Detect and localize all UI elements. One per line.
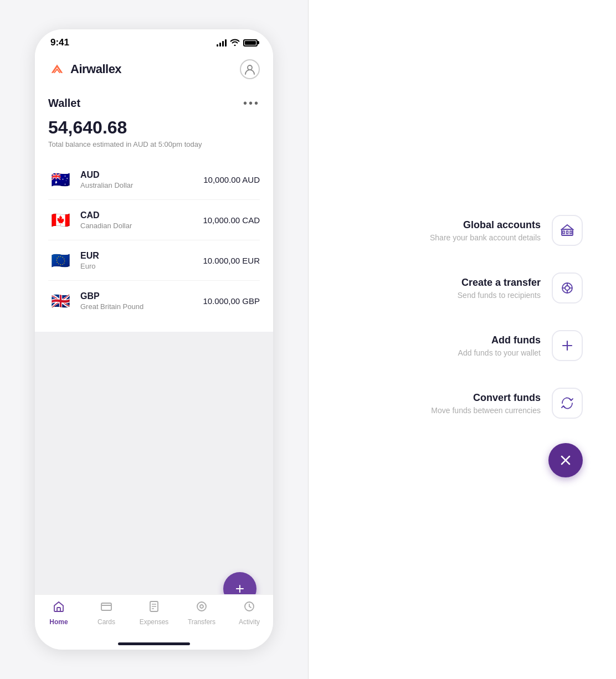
flag-aud: 🇦🇺	[48, 167, 73, 192]
balance-label: Total balance estimated in AUD at 5:00pm…	[48, 140, 260, 148]
nav-label-expenses: Expenses	[140, 618, 169, 626]
status-icons	[217, 38, 258, 48]
signal-bars-icon	[217, 39, 227, 47]
currency-name-cad: Canadian Dollar	[80, 222, 203, 230]
currency-item-eur[interactable]: 🇪🇺 EUR Euro 10.000,00 EUR	[48, 240, 260, 281]
airwallex-logo-icon	[48, 63, 66, 76]
plus-icon	[560, 338, 574, 353]
nav-label-transfers: Transfers	[188, 618, 215, 626]
currency-name-gbp: Great Britain Pound	[80, 302, 203, 311]
wallet-header: Wallet •••	[48, 97, 260, 110]
currency-name-aud: Australian Dollar	[80, 181, 203, 189]
action-title-global-accounts: Global accounts	[430, 219, 541, 231]
flag-eur: 🇪🇺	[48, 248, 73, 272]
currency-info-eur: EUR Euro	[80, 251, 203, 270]
action-item-add-funds[interactable]: Add funds Add funds to your wallet	[309, 317, 583, 374]
nav-label-cards: Cards	[97, 618, 115, 626]
close-x-icon	[558, 452, 573, 468]
action-title-convert-funds: Convert funds	[431, 392, 541, 404]
nav-item-cards[interactable]: Cards	[83, 600, 130, 626]
currency-code-eur: EUR	[80, 251, 203, 261]
action-text-convert-funds: Convert funds Move funds between currenc…	[431, 392, 541, 415]
currency-amount-cad: 10,000.00 CAD	[203, 215, 260, 225]
svg-rect-12	[563, 231, 564, 234]
bottom-nav: Home Cards	[35, 594, 273, 650]
currency-item-aud[interactable]: 🇦🇺 AUD Australian Dollar 10,000.00 AUD	[48, 160, 260, 200]
bank-icon	[560, 223, 574, 238]
svg-point-8	[197, 602, 206, 611]
action-text-add-funds: Add funds Add funds to your wallet	[458, 335, 541, 357]
currency-amount-gbp: 10.000,00 GBP	[203, 296, 260, 306]
left-panel: 9:41	[0, 0, 308, 679]
action-item-global-accounts[interactable]: Global accounts Share your bank account …	[309, 202, 583, 259]
flag-gbp: 🇬🇧	[48, 289, 73, 313]
currency-code-cad: CAD	[80, 210, 203, 220]
more-dots-button[interactable]: •••	[243, 97, 260, 110]
wallet-title: Wallet	[48, 97, 80, 110]
action-desc-create-transfer: Send funds to recipients	[458, 291, 541, 300]
currency-amount-eur: 10.000,00 EUR	[203, 256, 260, 265]
svg-point-17	[565, 286, 569, 290]
phone-bottom-area: + Home	[35, 332, 273, 650]
currency-name-eur: Euro	[80, 262, 203, 270]
svg-point-9	[200, 605, 203, 608]
currency-list: 🇦🇺 AUD Australian Dollar 10,000.00 AUD 🇨…	[48, 160, 260, 321]
create-transfer-icon-button[interactable]	[552, 272, 583, 304]
battery-icon	[243, 39, 258, 47]
flag-cad: 🇨🇦	[48, 208, 73, 232]
phone-frame: 9:41	[35, 29, 273, 650]
balance-amount: 54,640.68	[48, 117, 260, 138]
transfers-icon	[196, 600, 208, 616]
action-item-create-transfer[interactable]: Create a transfer Send funds to recipien…	[309, 259, 583, 317]
currency-code-aud: AUD	[80, 170, 203, 180]
action-desc-global-accounts: Share your bank account details	[430, 233, 541, 242]
nav-label-activity: Activity	[239, 618, 260, 626]
profile-icon[interactable]	[240, 59, 260, 79]
nav-label-home: Home	[49, 618, 68, 626]
cards-icon	[100, 600, 112, 616]
convert-funds-icon-button[interactable]	[552, 388, 583, 419]
nav-item-transfers[interactable]: Transfers	[178, 600, 225, 626]
action-desc-add-funds: Add funds to your wallet	[458, 348, 541, 357]
currency-info-cad: CAD Canadian Dollar	[80, 210, 203, 230]
svg-marker-15	[562, 225, 573, 229]
svg-point-0	[248, 65, 252, 70]
action-item-convert-funds[interactable]: Convert funds Move funds between currenc…	[309, 374, 583, 432]
currency-amount-aud: 10,000.00 AUD	[203, 175, 260, 184]
app-header: Airwallex	[35, 54, 273, 87]
svg-rect-1	[57, 608, 60, 611]
action-title-add-funds: Add funds	[458, 335, 541, 346]
action-title-create-transfer: Create a transfer	[458, 277, 541, 289]
svg-rect-2	[101, 603, 111, 610]
home-icon	[53, 600, 65, 616]
currency-info-aud: AUD Australian Dollar	[80, 170, 203, 189]
action-desc-convert-funds: Move funds between currencies	[431, 406, 541, 415]
close-fab-button[interactable]	[548, 443, 583, 477]
currency-item-cad[interactable]: 🇨🇦 CAD Canadian Dollar 10,000.00 CAD	[48, 200, 260, 240]
currency-item-gbp[interactable]: 🇬🇧 GBP Great Britain Pound 10.000,00 GBP	[48, 281, 260, 321]
action-text-create-transfer: Create a transfer Send funds to recipien…	[458, 277, 541, 300]
global-accounts-icon-button[interactable]	[552, 215, 583, 246]
right-panel: Global accounts Share your bank account …	[309, 0, 616, 679]
logo-container: Airwallex	[48, 62, 121, 76]
logo-text: Airwallex	[70, 62, 121, 76]
status-time: 9:41	[50, 37, 69, 48]
wifi-icon	[230, 38, 240, 48]
svg-rect-13	[567, 231, 568, 234]
convert-icon	[560, 396, 574, 410]
wallet-section: Wallet ••• 54,640.68 Total balance estim…	[35, 88, 273, 332]
nav-item-activity[interactable]: Activity	[225, 600, 273, 626]
action-text-global-accounts: Global accounts Share your bank account …	[430, 219, 541, 242]
transfer-icon	[560, 281, 574, 295]
activity-icon	[243, 600, 255, 616]
nav-item-expenses[interactable]: Expenses	[130, 600, 178, 626]
nav-item-home[interactable]: Home	[35, 600, 83, 626]
nav-indicator	[118, 642, 190, 645]
currency-info-gbp: GBP Great Britain Pound	[80, 291, 203, 311]
svg-rect-11	[562, 229, 573, 235]
status-bar: 9:41	[35, 29, 273, 54]
expenses-icon	[148, 600, 160, 616]
currency-code-gbp: GBP	[80, 291, 203, 301]
add-funds-icon-button[interactable]	[552, 330, 583, 361]
svg-rect-14	[570, 231, 572, 234]
